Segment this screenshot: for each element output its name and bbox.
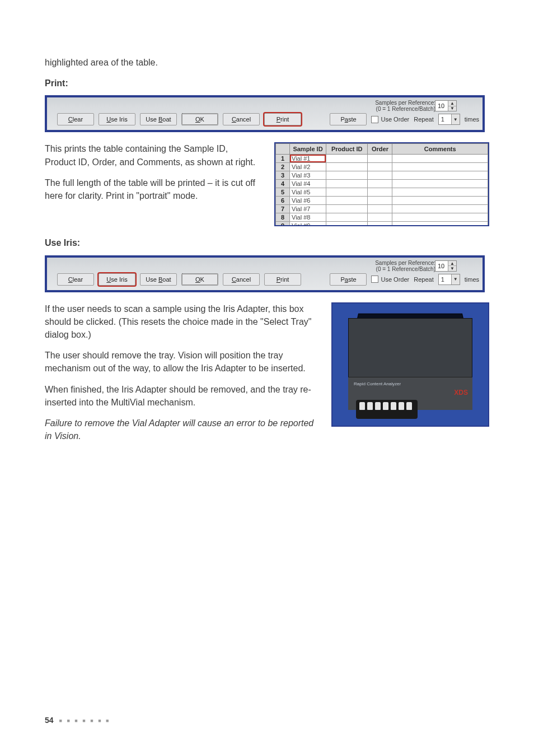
col-sample-id: Sample ID (290, 144, 326, 155)
ok-button[interactable]: OK (181, 113, 218, 125)
page-number: 54 (45, 716, 54, 725)
cancel-button[interactable]: Cancel (223, 113, 260, 125)
iris-p4-warning: Failure to remove the Vial Adapter will … (45, 417, 316, 442)
use-boat-button[interactable]: Use Boat (140, 113, 177, 125)
paste-button[interactable]: Paste (330, 273, 367, 286)
iris-p2: The user should remove the tray. Vision … (45, 349, 316, 375)
document-page: highlighted area of the table. Print: Sa… (0, 0, 534, 756)
page-footer: 54 ■ ■ ■ ■ ■ ■ ■ (45, 716, 111, 725)
clear-button[interactable]: Clear (57, 273, 94, 286)
table-row: 5Vial #5 (276, 188, 488, 197)
ok-button[interactable]: OK (181, 273, 218, 286)
use-boat-button[interactable]: Use Boat (140, 273, 177, 286)
col-comments: Comments (392, 144, 488, 155)
clear-button[interactable]: Clear (57, 113, 94, 125)
sample-table-figure: Sample ID Product ID Order Comments 1Via… (274, 142, 489, 226)
col-rownum (276, 144, 290, 155)
use-iris-button[interactable]: Use Iris (99, 273, 135, 286)
iris-description-row: If the user needs to scan a sample using… (45, 302, 489, 451)
table-row: 2Vial #2 (276, 163, 488, 171)
analyzer-photo: Rapid Content Analyzer XDS (331, 302, 489, 427)
repeat-combo[interactable]: 1 ▼ (438, 114, 460, 125)
use-iris-button[interactable]: Use Iris (99, 113, 135, 125)
repeat-label: Repeat (414, 116, 433, 123)
table-row: 7Vial #7 (276, 205, 488, 213)
print-button[interactable]: Print (264, 113, 301, 125)
toolbar-figure-iris: Samples per Reference: (0 = 1 Reference/… (45, 255, 485, 292)
print-heading: Print: (45, 77, 489, 90)
print-button[interactable]: Print (264, 273, 301, 286)
iris-p1: If the user needs to scan a sample using… (45, 302, 316, 342)
samples-per-ref-label: Samples per Reference: (0 = 1 Reference/… (375, 260, 435, 272)
repeat-combo[interactable]: 1 ▼ (438, 274, 460, 285)
table-row: 3Vial #3 (276, 171, 488, 180)
repeat-label: Repeat (414, 276, 433, 283)
device-model-label: Rapid Content Analyzer (354, 381, 401, 386)
col-order: Order (368, 144, 392, 155)
times-label: times (465, 116, 479, 123)
use-iris-heading: Use Iris: (45, 236, 489, 249)
iris-p3: When finished, the Iris Adapter should b… (45, 383, 316, 409)
samples-per-ref-spinner[interactable]: 10 ▲▼ (435, 100, 457, 111)
use-order-checkbox[interactable]: Use Order (371, 276, 409, 283)
vial-rack-icon (356, 400, 418, 419)
samples-per-ref-spinner[interactable]: 10 ▲▼ (435, 260, 457, 272)
table-row: 4Vial #4 (276, 180, 488, 188)
footer-ornament: ■ ■ ■ ■ ■ ■ ■ (59, 718, 110, 724)
print-description-row: This prints the table containing the Sam… (45, 142, 489, 226)
sample-table-body: 1Vial #1 2Vial #2 3Vial #3 4Vial #4 5Via… (276, 155, 488, 227)
print-desc-2: The full length of the table will be pri… (45, 176, 257, 202)
times-label: times (465, 276, 479, 283)
samples-per-ref-label: Samples per Reference: (0 = 1 Reference/… (375, 100, 435, 112)
cancel-button[interactable]: Cancel (223, 273, 260, 286)
device-brand-label: XDS (454, 389, 468, 396)
toolbar-figure-print: Samples per Reference: (0 = 1 Reference/… (45, 95, 485, 132)
table-row: 9Vial #9 (276, 222, 488, 227)
paste-button[interactable]: Paste (330, 113, 367, 125)
intro-text: highlighted area of the table. (45, 56, 489, 69)
use-order-checkbox[interactable]: Use Order (371, 116, 409, 123)
print-desc-1: This prints the table containing the Sam… (45, 142, 257, 168)
table-row: 1Vial #1 (276, 155, 488, 163)
col-product-id: Product ID (326, 144, 368, 155)
table-row: 8Vial #8 (276, 213, 488, 222)
table-row: 6Vial #6 (276, 197, 488, 205)
